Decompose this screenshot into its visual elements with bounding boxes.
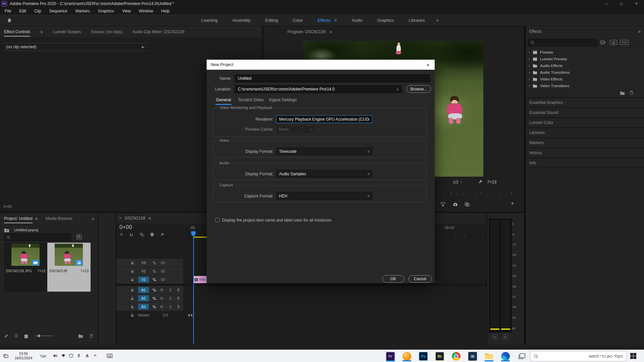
add-marker-icon[interactable] (150, 233, 154, 237)
menu-window[interactable]: Window (139, 9, 153, 13)
timeline-tab[interactable]: DSCN2139 (125, 216, 145, 221)
lock-icon[interactable] (130, 278, 134, 282)
source-patch-icon[interactable] (152, 305, 157, 309)
zoom-slider[interactable] (34, 334, 53, 338)
new-bin-icon[interactable] (78, 334, 83, 338)
lock-icon[interactable] (130, 296, 134, 300)
language-indicator[interactable]: עבר (40, 354, 46, 358)
tab-scratch-disks[interactable]: Scratch Disks (238, 98, 264, 102)
tab-program[interactable]: Program: DSCN2139 (287, 29, 325, 34)
writable-pencil-icon[interactable] (4, 334, 8, 338)
mute-button[interactable]: M (159, 288, 164, 292)
taskbar-search-input[interactable]: הקלד כאן כדי לחפש (530, 351, 627, 361)
timeline-panel-menu-icon[interactable]: ≡ (149, 216, 151, 221)
expand-arrow-icon[interactable]: ▶ (142, 45, 144, 49)
audio-display-format-select[interactable]: Audio Samples ∨ (276, 170, 372, 178)
track-label[interactable]: V3 (138, 260, 149, 266)
panel-menu-icon[interactable]: ≡ (40, 29, 43, 35)
panel-tab-info[interactable]: Info (526, 158, 644, 168)
workspace-overflow-icon[interactable]: » (436, 17, 439, 23)
minimize-button[interactable]: – (599, 0, 614, 7)
volume-icon[interactable] (53, 354, 58, 358)
taskbar-chrome-icon[interactable] (451, 351, 461, 361)
workspace-tab-libraries[interactable]: Libraries (409, 18, 425, 23)
icon-view-icon[interactable]: ▦ (24, 334, 28, 339)
toggle-track-output-eye-icon[interactable] (161, 278, 165, 281)
taskbar-file-explorer-icon[interactable] (484, 351, 494, 361)
menu-sequence[interactable]: Sequence (49, 9, 67, 13)
display-item-name-checkbox[interactable] (215, 218, 220, 222)
track-label-targeted[interactable]: A1 (138, 287, 149, 293)
lock-icon[interactable] (130, 288, 134, 292)
taskbar-edge-icon[interactable] (500, 351, 511, 361)
effects-search-input[interactable] (528, 39, 598, 46)
solo-right-button[interactable]: S (502, 334, 508, 340)
shield-icon[interactable] (69, 354, 73, 358)
delete-icon[interactable] (89, 334, 94, 338)
menu-help[interactable]: Help (161, 9, 170, 13)
track-a2[interactable]: A2 M S (116, 294, 486, 302)
clip-fx-badge[interactable]: fx (195, 278, 198, 281)
nest-indicator-icon[interactable]: ✳ (120, 232, 123, 237)
tab-effect-controls[interactable]: Effect Controls (4, 29, 30, 34)
eject-icon[interactable] (85, 354, 89, 358)
timeline-timecode[interactable]: 0+00 (119, 224, 132, 230)
panel-tab-essential-sound[interactable]: Essential Sound (526, 108, 644, 118)
lock-icon[interactable] (130, 305, 134, 309)
mic-voiceover-icon[interactable] (177, 288, 180, 292)
project-panel-menu-icon[interactable]: ≡ (35, 216, 38, 221)
dialog-close-icon[interactable]: × (421, 60, 435, 70)
source-patch-icon[interactable] (152, 278, 157, 282)
panel-overflow-icon[interactable]: » (92, 216, 94, 221)
solo-button[interactable]: S (168, 305, 173, 309)
browse-button[interactable]: Browse... (407, 85, 431, 93)
list-view-icon[interactable]: ☰ (14, 334, 18, 338)
renderer-select[interactable]: Mercury Playback Engine GPU Acceleration… (276, 115, 372, 123)
wifi-icon[interactable] (61, 354, 66, 358)
home-icon[interactable] (7, 17, 12, 23)
panel-tab-lumetri-color[interactable]: Lumetri Color (526, 118, 644, 128)
tree-item-presets[interactable]: › Presets (526, 49, 644, 56)
program-zoom-select[interactable]: 1/2 ∨ (453, 180, 462, 184)
taskbar-photoshop-icon[interactable]: Ps (418, 351, 428, 361)
menu-clip[interactable]: Clip (34, 9, 41, 13)
workspace-tab-color[interactable]: Color (293, 18, 303, 23)
project-file-name[interactable]: Untitled.prproj (14, 228, 38, 232)
cancel-button[interactable]: Cancel (409, 275, 432, 283)
source-patch-icon[interactable] (152, 297, 157, 300)
linked-selection-icon[interactable] (140, 233, 144, 237)
menu-graphics[interactable]: Graphics (98, 9, 114, 13)
maximize-button[interactable]: □ (614, 0, 629, 7)
project-search-input[interactable] (4, 234, 71, 241)
lock-icon[interactable] (130, 269, 134, 273)
add-button-icon[interactable]: + (511, 200, 514, 206)
tab-media-browser[interactable]: Media Browser (46, 216, 72, 221)
taskbar-bridge-icon[interactable]: Br (435, 351, 445, 361)
chevron-right-icon[interactable]: › (529, 77, 530, 81)
toggle-track-output-eye-icon[interactable] (161, 261, 165, 264)
effects-panel-menu-icon[interactable]: ≡ (638, 29, 641, 34)
task-view-icon[interactable] (517, 351, 527, 361)
track-master[interactable]: Master 0.0 (116, 311, 486, 319)
playhead-line[interactable] (193, 237, 194, 344)
taskbar-mail-icon[interactable]: ✉ (468, 351, 478, 361)
tree-item-audio-effects[interactable]: › Audio Effects (526, 62, 644, 69)
track-a1[interactable]: A1 M S (116, 286, 486, 294)
dialog-title-bar[interactable]: New Project × (207, 60, 435, 70)
menu-edit[interactable]: Edit (19, 9, 26, 13)
delete-icon[interactable] (629, 90, 634, 95)
source-patch-icon[interactable] (152, 288, 157, 292)
mute-button[interactable]: M (159, 305, 164, 309)
menu-markers[interactable]: Markers (75, 9, 90, 13)
ok-button[interactable]: OK (382, 275, 404, 283)
solo-left-button[interactable]: S (492, 334, 497, 340)
parent-folder-icon[interactable] (4, 228, 9, 232)
new-bin-icon[interactable] (620, 91, 625, 95)
lock-icon[interactable] (130, 261, 134, 265)
32bit-badge-icon[interactable]: 32 (610, 40, 617, 45)
clock[interactable]: 23:55 16/01/2024 (13, 352, 34, 360)
close-tab-icon[interactable]: × (119, 216, 121, 221)
chevron-right-icon[interactable]: › (529, 83, 530, 88)
track-a3[interactable]: A3 M S (116, 303, 486, 311)
mic-voiceover-icon[interactable] (177, 305, 180, 309)
